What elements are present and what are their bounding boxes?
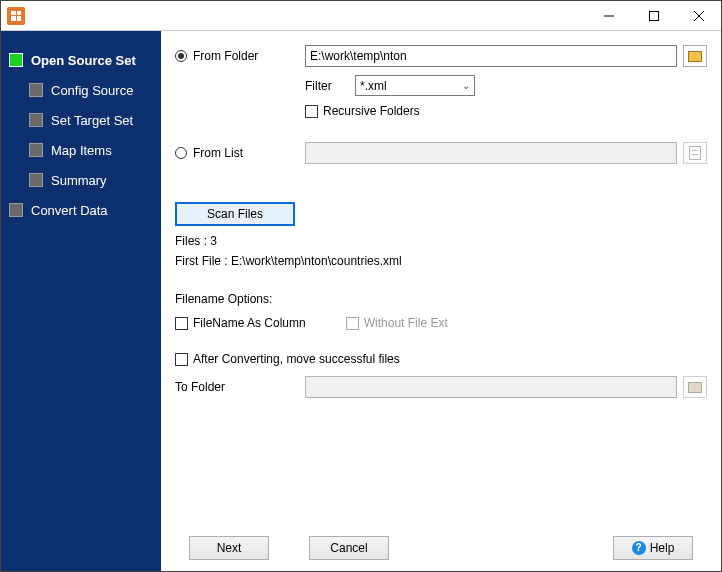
minimize-button[interactable]	[586, 1, 631, 30]
recursive-label: Recursive Folders	[323, 104, 420, 118]
titlebar	[1, 1, 721, 31]
step-inactive-icon	[29, 143, 43, 157]
chevron-down-icon: ⌄	[462, 80, 470, 91]
app-window: Open Source Set Config Source Set Target…	[0, 0, 722, 572]
without-file-ext-label: Without File Ext	[364, 316, 448, 330]
next-button[interactable]: Next	[189, 536, 269, 560]
sidebar-item-config-source[interactable]: Config Source	[1, 75, 161, 105]
sidebar-item-summary[interactable]: Summary	[1, 165, 161, 195]
sidebar-item-set-target-set[interactable]: Set Target Set	[1, 105, 161, 135]
step-active-icon	[9, 53, 23, 67]
first-file-label: First File : E:\work\temp\nton\countries…	[175, 254, 707, 268]
footer: Next Cancel ? Help	[175, 523, 707, 571]
to-folder-input	[305, 376, 677, 398]
step-inactive-icon	[29, 173, 43, 187]
sidebar-item-label: Summary	[51, 173, 107, 188]
wizard-sidebar: Open Source Set Config Source Set Target…	[1, 31, 161, 571]
folder-icon	[688, 382, 702, 393]
folder-path-input[interactable]	[305, 45, 677, 67]
filename-as-column-checkbox[interactable]	[175, 317, 188, 330]
filename-as-column-option[interactable]: FileName As Column	[175, 316, 306, 330]
sidebar-item-label: Set Target Set	[51, 113, 133, 128]
sidebar-item-label: Map Items	[51, 143, 112, 158]
step-inactive-icon	[29, 83, 43, 97]
step-inactive-icon	[9, 203, 23, 217]
close-button[interactable]	[676, 1, 721, 30]
help-icon: ?	[632, 541, 646, 555]
help-label: Help	[650, 541, 675, 555]
sidebar-item-map-items[interactable]: Map Items	[1, 135, 161, 165]
main-panel: From Folder Filter *.xml ⌄ R	[161, 31, 721, 571]
scan-files-button[interactable]: Scan Files	[175, 202, 295, 226]
browse-folder-button[interactable]	[683, 45, 707, 67]
radio-unchecked-icon	[175, 147, 187, 159]
from-folder-label: From Folder	[193, 49, 258, 63]
svg-rect-1	[649, 11, 658, 20]
sidebar-item-label: Open Source Set	[31, 53, 136, 68]
folder-icon	[688, 51, 702, 62]
to-folder-label: To Folder	[175, 380, 305, 394]
without-file-ext-checkbox	[346, 317, 359, 330]
files-count-label: Files : 3	[175, 234, 707, 248]
filter-combo[interactable]: *.xml ⌄	[355, 75, 475, 96]
sidebar-item-label: Convert Data	[31, 203, 108, 218]
sidebar-item-label: Config Source	[51, 83, 133, 98]
list-icon	[689, 146, 701, 160]
from-list-radio[interactable]: From List	[175, 146, 305, 160]
from-list-input	[305, 142, 677, 164]
browse-list-button	[683, 142, 707, 164]
radio-checked-icon	[175, 50, 187, 62]
without-file-ext-option: Without File Ext	[346, 316, 448, 330]
help-button[interactable]: ? Help	[613, 536, 693, 560]
sidebar-item-convert-data[interactable]: Convert Data	[1, 195, 161, 225]
from-list-label: From List	[193, 146, 243, 160]
sidebar-item-open-source-set[interactable]: Open Source Set	[1, 45, 161, 75]
filename-options-label: Filename Options:	[175, 292, 707, 306]
window-controls	[586, 1, 721, 30]
filename-as-column-label: FileName As Column	[193, 316, 306, 330]
recursive-checkbox[interactable]	[305, 105, 318, 118]
cancel-button[interactable]: Cancel	[309, 536, 389, 560]
after-converting-label: After Converting, move successful files	[193, 352, 400, 366]
after-converting-checkbox[interactable]	[175, 353, 188, 366]
from-folder-radio[interactable]: From Folder	[175, 49, 305, 63]
filter-label: Filter	[305, 79, 355, 93]
filter-value: *.xml	[360, 79, 387, 93]
app-icon	[7, 7, 25, 25]
browse-to-folder-button	[683, 376, 707, 398]
maximize-button[interactable]	[631, 1, 676, 30]
step-inactive-icon	[29, 113, 43, 127]
